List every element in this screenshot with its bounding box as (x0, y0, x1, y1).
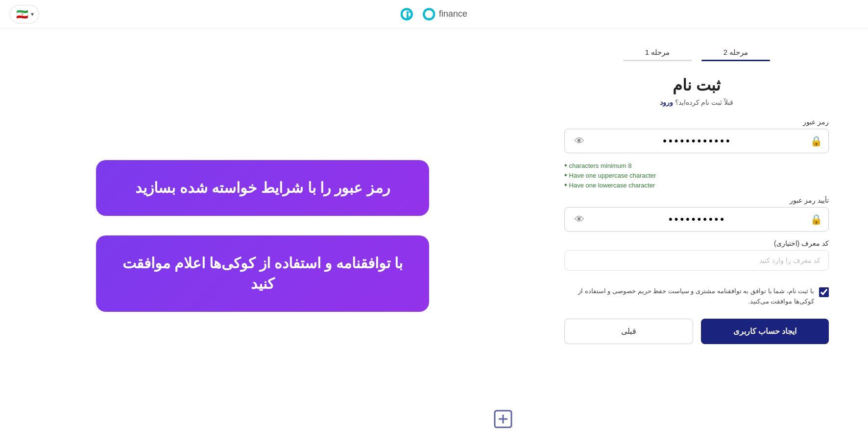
bottom-logo (491, 407, 515, 433)
right-panel: رمز عبور را با شرایط خواسته شده بسازید ب… (0, 28, 525, 443)
info-card-1-text: رمز عبور را با شرایط خواسته شده بسازید (135, 178, 389, 198)
info-card-2-text: با توافقنامه و استفاده از کوکی‌ها اعلام … (120, 253, 406, 294)
password-label: رمز عبور (564, 118, 829, 126)
buttons-row: ایجاد حساب کاربری قبلی (564, 319, 829, 344)
referral-field-group: کد معرف (اختیاری) (564, 239, 829, 271)
password-input-wrapper: 🔒 👁 (564, 129, 829, 153)
svg-point-2 (424, 9, 434, 19)
password-field-group: رمز عبور 🔒 👁 (564, 118, 829, 153)
lang-selector[interactable]: ▾ 🇮🇷 (10, 5, 39, 23)
step-2-line (701, 60, 770, 61)
header-left: ▾ 🇮🇷 (10, 5, 39, 23)
confirm-password-field-group: تأیید رمز عبور 🔒 👁 (564, 196, 829, 232)
confirm-password-input-wrapper: 🔒 👁 (564, 207, 829, 232)
login-link[interactable]: ورود (660, 98, 673, 106)
flag-icon: 🇮🇷 (15, 7, 29, 21)
terms-row: با ثبت نام، شما با توافق به توافقنامه مش… (564, 286, 829, 307)
confirm-eye-icon[interactable]: 👁 (575, 214, 584, 225)
login-hint: قبلاً ثبت نام کرده‌اید؟ ورود (564, 98, 829, 106)
step-2[interactable]: مرحله 2 (697, 48, 775, 61)
referral-input[interactable] (564, 250, 829, 271)
logo-text: finance (439, 9, 467, 19)
info-card-1: رمز عبور را با شرایط خواسته شده بسازید (96, 160, 429, 216)
eye-icon[interactable]: 👁 (575, 136, 584, 147)
form-title: ثبت نام (564, 76, 829, 94)
terms-checkbox[interactable] (819, 287, 829, 297)
step-2-label: مرحله 2 (723, 48, 748, 57)
confirm-password-input[interactable] (584, 213, 810, 226)
lock-icon[interactable]: 🔒 (810, 135, 822, 147)
step-1-label: مرحله 1 (645, 48, 670, 57)
password-input[interactable] (584, 135, 810, 147)
hint-min-chars: characters minimum 8 (564, 161, 829, 170)
password-hints: characters minimum 8 Have one uppercase … (564, 161, 829, 190)
steps-row: مرحله 1 مرحله 2 (564, 48, 829, 61)
create-account-button[interactable]: ایجاد حساب کاربری (701, 319, 829, 344)
step-1[interactable]: مرحله 1 (618, 48, 697, 61)
hint-lowercase: Have one lowercase character (564, 181, 829, 189)
chevron-down-icon: ▾ (31, 11, 34, 18)
back-button[interactable]: قبلی (564, 319, 693, 344)
main-layout: مرحله 1 مرحله 2 ثبت نام قبلاً ثبت نام کر… (0, 28, 868, 443)
form-panel: مرحله 1 مرحله 2 ثبت نام قبلاً ثبت نام کر… (525, 28, 868, 443)
logo-area: finance p (401, 5, 467, 23)
login-hint-text: قبلاً ثبت نام کرده‌اید؟ (675, 98, 734, 106)
confirm-password-label: تأیید رمز عبور (564, 196, 829, 204)
referral-label: کد معرف (اختیاری) (564, 239, 829, 247)
brand-logo-svg: p (401, 5, 435, 23)
info-card-2: با توافقنامه و استفاده از کوکی‌ها اعلام … (96, 235, 429, 312)
terms-text: با ثبت نام، شما با توافق به توافقنامه مش… (564, 286, 814, 307)
svg-text:p: p (406, 7, 413, 20)
header: ▾ 🇮🇷 finance p (0, 0, 868, 28)
logo-brand: p (401, 5, 435, 23)
hint-uppercase: Have one uppercase character (564, 171, 829, 180)
confirm-lock-icon[interactable]: 🔒 (810, 213, 822, 225)
step-1-line (623, 60, 692, 61)
